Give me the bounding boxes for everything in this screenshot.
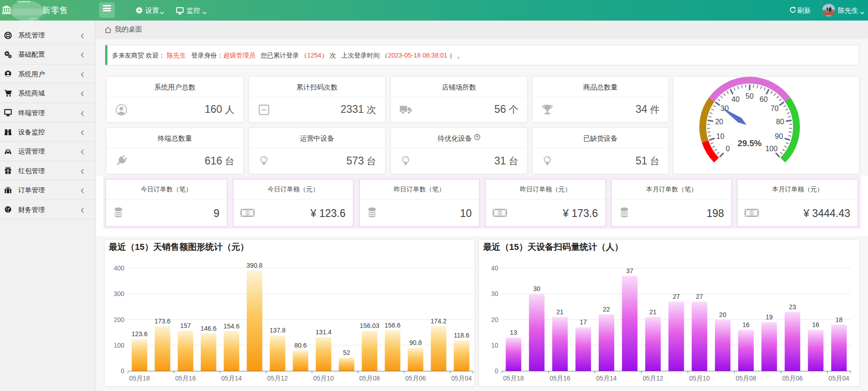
svg-text:05月14: 05月14 <box>221 375 242 382</box>
svg-text:157: 157 <box>180 322 191 329</box>
svg-text:200: 200 <box>114 316 125 323</box>
svg-text:300: 300 <box>114 290 125 297</box>
svg-text:05月14: 05月14 <box>596 375 617 382</box>
svg-text:21: 21 <box>556 308 564 316</box>
svg-text:80.6: 80.6 <box>294 342 307 349</box>
svg-text:18: 18 <box>836 316 843 323</box>
svg-text:146.6: 146.6 <box>201 325 217 332</box>
svg-text:17: 17 <box>580 318 587 326</box>
svg-text:05月18: 05月18 <box>129 375 150 382</box>
svg-text:37: 37 <box>626 267 634 275</box>
svg-text:50: 50 <box>746 92 754 100</box>
svg-text:05月10: 05月10 <box>689 375 710 382</box>
svg-text:10: 10 <box>491 342 498 349</box>
svg-text:0: 0 <box>726 145 730 153</box>
svg-text:05月08: 05月08 <box>359 375 380 382</box>
svg-text:05月08: 05月08 <box>735 375 756 382</box>
svg-text:390.8: 390.8 <box>246 262 262 269</box>
svg-text:154.6: 154.6 <box>224 322 240 330</box>
svg-text:29.5%: 29.5% <box>738 138 761 148</box>
svg-text:16: 16 <box>742 321 750 328</box>
svg-text:158.6: 158.6 <box>384 322 400 329</box>
svg-text:23: 23 <box>789 303 796 311</box>
svg-text:52: 52 <box>343 349 350 356</box>
svg-text:05月04: 05月04 <box>829 375 849 382</box>
svg-text:70: 70 <box>771 105 779 112</box>
svg-text:100: 100 <box>114 342 125 349</box>
svg-text:05月12: 05月12 <box>643 375 663 382</box>
svg-text:?: ? <box>476 135 478 139</box>
svg-text:05月06: 05月06 <box>405 375 426 382</box>
svg-text:13: 13 <box>510 329 517 336</box>
svg-text:05月06: 05月06 <box>782 375 803 382</box>
svg-text:10: 10 <box>716 132 724 140</box>
svg-text:156.03: 156.03 <box>360 322 379 329</box>
svg-text:27: 27 <box>696 293 703 300</box>
svg-text:22: 22 <box>603 306 610 313</box>
svg-text:173.6: 173.6 <box>154 317 170 325</box>
svg-text:21: 21 <box>650 308 657 316</box>
svg-text:0: 0 <box>121 367 124 375</box>
svg-text:118.6: 118.6 <box>454 332 469 339</box>
svg-text:05月16: 05月16 <box>550 375 570 382</box>
svg-text:20: 20 <box>715 118 723 126</box>
svg-text:05月16: 05月16 <box>175 375 196 382</box>
svg-text:174.2: 174.2 <box>431 317 447 325</box>
svg-text:40: 40 <box>491 264 498 272</box>
svg-text:131.4: 131.4 <box>315 328 331 336</box>
svg-text:30: 30 <box>491 290 498 297</box>
svg-text:20: 20 <box>719 311 726 318</box>
svg-text:400: 400 <box>114 264 125 272</box>
svg-text:05月10: 05月10 <box>313 375 334 382</box>
svg-text:19: 19 <box>766 313 773 321</box>
svg-text:27: 27 <box>673 293 680 300</box>
svg-text:40: 40 <box>731 95 740 103</box>
svg-text:30: 30 <box>533 285 540 292</box>
svg-text:05月04: 05月04 <box>451 375 472 382</box>
svg-text:80: 80 <box>776 118 784 126</box>
svg-text:0: 0 <box>495 367 498 375</box>
svg-text:20: 20 <box>491 316 498 323</box>
svg-text:90.8: 90.8 <box>410 339 422 346</box>
svg-text:137.8: 137.8 <box>270 327 286 334</box>
svg-text:90: 90 <box>775 132 783 140</box>
svg-text:16: 16 <box>812 321 820 328</box>
svg-text:05月12: 05月12 <box>267 375 288 382</box>
svg-text:123.6: 123.6 <box>132 330 148 338</box>
svg-text:05月18: 05月18 <box>503 375 524 382</box>
svg-text:60: 60 <box>760 95 768 103</box>
svg-text:100: 100 <box>765 145 777 153</box>
